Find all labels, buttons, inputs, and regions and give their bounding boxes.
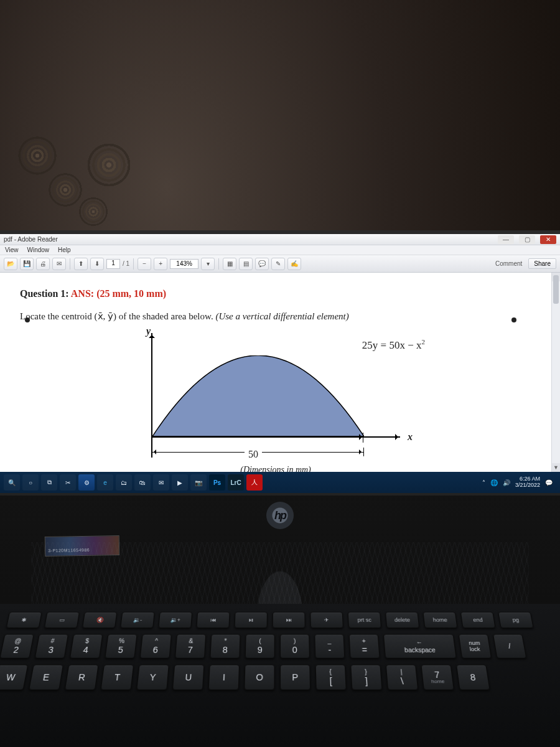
file-explorer-icon[interactable]: 🗂 bbox=[116, 474, 132, 491]
page-down-icon[interactable]: ⬇ bbox=[90, 258, 104, 270]
volume-icon[interactable]: 🔊 bbox=[503, 479, 510, 486]
letter-key-w[interactable]: W bbox=[0, 665, 28, 690]
window-close-button[interactable]: ✕ bbox=[540, 235, 556, 244]
function-row: ✱▭🔇🔉-🔉+⏮⏯⏭✈prt scdeletehomeendpg bbox=[6, 612, 554, 628]
number-key[interactable]: )0 bbox=[280, 634, 310, 659]
fn-key[interactable]: 🔉- bbox=[120, 612, 155, 628]
open-icon[interactable]: 📂 bbox=[4, 258, 17, 270]
letter-key-p[interactable]: P bbox=[280, 665, 310, 690]
number-key[interactable]: @2 bbox=[0, 634, 34, 659]
window-titlebar: pdf - Adobe Reader — ▢ ✕ bbox=[0, 234, 560, 245]
fn-key[interactable]: ⏯ bbox=[235, 612, 268, 628]
letter-key-e[interactable]: E bbox=[29, 665, 63, 690]
fn-key[interactable]: ✈ bbox=[310, 612, 343, 628]
adobe-reader-icon[interactable]: 人 bbox=[246, 474, 263, 491]
number-key[interactable]: &7 bbox=[175, 634, 206, 659]
fn-key[interactable]: ▭ bbox=[44, 612, 80, 628]
bracket-key[interactable]: {[ bbox=[315, 665, 347, 690]
window-minimize-button[interactable]: — bbox=[498, 235, 514, 244]
lightroom-icon[interactable]: LrC bbox=[228, 474, 244, 491]
search-icon[interactable]: 🔍 bbox=[4, 474, 20, 491]
menu-window[interactable]: Window bbox=[27, 247, 50, 253]
notifications-icon[interactable]: 💬 bbox=[545, 479, 553, 486]
fn-key[interactable]: pg bbox=[498, 612, 534, 628]
number-key[interactable]: *8 bbox=[210, 634, 240, 659]
comment-button[interactable]: Comment bbox=[492, 260, 526, 267]
fit-page-icon[interactable]: ▦ bbox=[223, 258, 236, 270]
dimension-value: 50 bbox=[245, 449, 262, 460]
camera-icon[interactable]: 📷 bbox=[190, 474, 207, 491]
sign-icon[interactable]: ✍ bbox=[287, 258, 301, 270]
tray-chevron-icon[interactable]: ˄ bbox=[482, 479, 485, 486]
photoshop-icon[interactable]: Ps bbox=[209, 474, 225, 491]
snip-icon[interactable]: ✂ bbox=[60, 474, 76, 491]
share-button[interactable]: Share bbox=[528, 258, 556, 269]
fn-key[interactable]: ⏭ bbox=[273, 612, 306, 628]
zoom-in-icon[interactable]: + bbox=[154, 258, 167, 270]
scrollbar-thumb[interactable] bbox=[553, 275, 559, 304]
letter-key-o[interactable]: O bbox=[244, 665, 274, 690]
decor-spiral bbox=[75, 193, 112, 230]
cortana-icon[interactable]: ○ bbox=[22, 474, 39, 491]
fit-width-icon[interactable]: ▤ bbox=[239, 258, 253, 270]
page-number-input[interactable]: 1 bbox=[106, 259, 120, 269]
letter-key-r[interactable]: R bbox=[65, 665, 99, 690]
question-number: Question 1: bbox=[20, 288, 71, 299]
number-key[interactable]: += bbox=[349, 634, 380, 659]
laptop-body: pdf - Adobe Reader — ▢ ✕ View Window Hel… bbox=[0, 230, 560, 747]
save-icon[interactable]: 💾 bbox=[20, 258, 34, 270]
system-tray[interactable]: ˄ 🌐 🔊 6:26 AM 3/21/2022 💬 bbox=[482, 476, 556, 489]
mail-app-icon[interactable]: ✉ bbox=[153, 474, 169, 491]
fn-key[interactable]: 🔉+ bbox=[158, 612, 192, 628]
window-maximize-button[interactable]: ▢ bbox=[519, 235, 535, 244]
fn-key[interactable]: 🔇 bbox=[82, 612, 117, 628]
fn-key[interactable]: ⏮ bbox=[196, 612, 230, 628]
backspace-key[interactable]: ←backspace bbox=[383, 634, 457, 659]
number-key[interactable]: %5 bbox=[105, 634, 137, 659]
numpad-7-key[interactable]: 7home bbox=[421, 665, 454, 690]
mail-icon[interactable]: ✉ bbox=[52, 258, 66, 270]
zoom-dropdown-icon[interactable]: ▾ bbox=[201, 258, 215, 270]
numpad-slash-key[interactable]: / bbox=[493, 634, 526, 659]
number-key[interactable]: $4 bbox=[70, 634, 103, 659]
number-key[interactable]: _- bbox=[314, 634, 345, 659]
movies-icon[interactable]: ▶ bbox=[172, 474, 188, 491]
comment-bubble-icon[interactable]: 💬 bbox=[255, 258, 269, 270]
fn-key[interactable]: delete bbox=[385, 612, 419, 628]
centroid-figure: y x 25y = 50x − x2 5 bbox=[114, 329, 437, 472]
settings-icon[interactable]: ⚙ bbox=[78, 474, 95, 491]
letter-key-y[interactable]: Y bbox=[136, 665, 169, 690]
store-icon[interactable]: 🛍 bbox=[134, 474, 151, 491]
edge-icon[interactable]: e bbox=[97, 474, 113, 491]
fn-key[interactable]: ✱ bbox=[6, 612, 42, 628]
bracket-key[interactable]: }] bbox=[350, 665, 382, 690]
zoom-out-icon[interactable]: − bbox=[138, 258, 151, 270]
fn-key[interactable]: end bbox=[460, 612, 496, 628]
vertical-scrollbar[interactable]: ▲ ▼ bbox=[551, 273, 560, 472]
highlight-icon[interactable]: ✎ bbox=[271, 258, 285, 270]
letter-key-u[interactable]: U bbox=[172, 665, 205, 690]
numpad-8-key[interactable]: 8 bbox=[456, 665, 490, 690]
letter-key-i[interactable]: I bbox=[208, 665, 240, 690]
windows-taskbar: 🔍 ○ ⧉ ✂ ⚙ e 🗂 🛍 ✉ ▶ 📷 Ps LrC 人 ˄ 🌐 🔊 6:2… bbox=[0, 472, 560, 493]
number-key[interactable]: ^6 bbox=[140, 634, 172, 659]
zoom-level[interactable]: 143% bbox=[170, 259, 198, 269]
fn-key[interactable]: home bbox=[422, 612, 457, 628]
fn-key[interactable]: prt sc bbox=[348, 612, 381, 628]
number-key[interactable]: (9 bbox=[245, 634, 275, 659]
menu-help[interactable]: Help bbox=[58, 247, 71, 253]
letter-key-t[interactable]: T bbox=[100, 665, 134, 690]
network-icon[interactable]: 🌐 bbox=[490, 479, 498, 486]
page-up-icon[interactable]: ⬆ bbox=[74, 258, 88, 270]
window-title: pdf - Adobe Reader bbox=[4, 236, 58, 243]
adobe-reader-window: pdf - Adobe Reader — ▢ ✕ View Window Hel… bbox=[0, 234, 560, 472]
bracket-key[interactable]: |\ bbox=[386, 665, 418, 690]
numlock-key[interactable]: num lock bbox=[459, 634, 492, 659]
print-icon[interactable]: 🖨 bbox=[36, 258, 50, 270]
taskbar-clock[interactable]: 6:26 AM 3/21/2022 bbox=[515, 476, 540, 489]
toolbar-separator bbox=[218, 258, 219, 270]
scroll-down-icon[interactable]: ▼ bbox=[552, 463, 560, 472]
task-view-icon[interactable]: ⧉ bbox=[41, 474, 57, 491]
menu-view[interactable]: View bbox=[5, 247, 19, 253]
number-key[interactable]: #3 bbox=[35, 634, 68, 659]
